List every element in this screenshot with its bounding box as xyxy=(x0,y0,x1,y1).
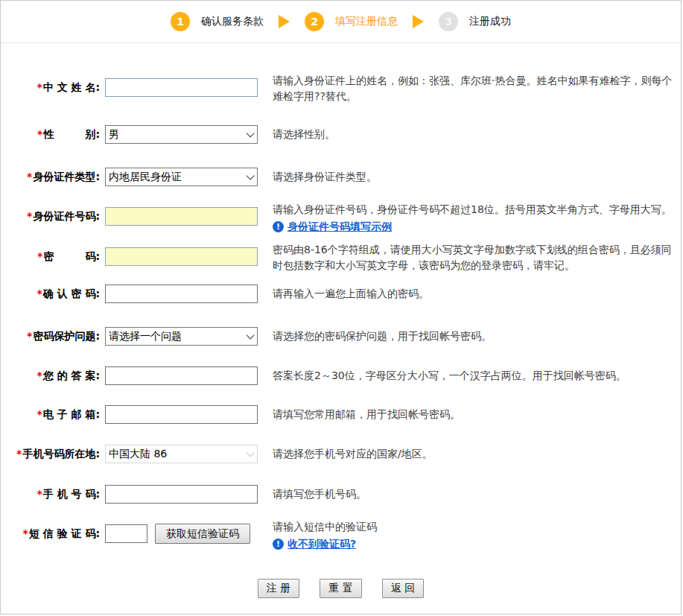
gender-select-value: 男 xyxy=(109,128,119,142)
sms-code-label: *短 信 验 证 码: xyxy=(1,524,100,543)
phone-region-select-value: 中国大陆 86 xyxy=(109,448,167,461)
no-code-received-link[interactable]: 收不到验证码? xyxy=(288,536,356,552)
security-question-hint: 请选择您的密码保护问题，用于找回帐号密码。 xyxy=(273,328,681,344)
phone-number-hint: 请填写您手机号码。 xyxy=(273,486,681,502)
password-input[interactable] xyxy=(105,247,258,266)
row-chinese-name: *中 文 姓 名: 请输入身份证件上的姓名，例如：张强、库尔班·热合曼。姓名中如… xyxy=(1,78,681,101)
email-label: *电 子 邮 箱: xyxy=(1,405,100,424)
chinese-name-input[interactable] xyxy=(105,78,258,97)
id-type-select[interactable]: 内地居民身份证 xyxy=(105,168,258,186)
phone-number-input[interactable] xyxy=(105,485,258,504)
sms-code-input[interactable] xyxy=(105,524,147,543)
phone-region-hint: 请选择您手机号对应的国家/地区。 xyxy=(273,446,681,462)
id-number-hint-text: 请输入身份证件号码，身份证件号码不超过18位。括号用英文半角方式、字母用大写。 xyxy=(273,203,672,215)
confirm-password-hint: 请再输入一遍您上面输入的密码。 xyxy=(273,286,681,302)
info-icon: ! xyxy=(273,221,284,232)
arrow-right-icon xyxy=(279,15,290,28)
answer-hint: 答案长度2～30位，字母区分大小写，一个汉字占两位。用于找回帐号密码。 xyxy=(273,368,681,384)
reset-button[interactable]: 重 置 xyxy=(320,579,361,598)
id-number-hint: 请输入身份证件号码，身份证件号码不超过18位。括号用英文半角方式、字母用大写。 … xyxy=(273,202,681,235)
gender-label: *性 别: xyxy=(1,125,100,144)
step-2-circle: 2 xyxy=(305,12,324,31)
step-fill-info: 2 填写注册信息 xyxy=(305,12,398,31)
sms-code-hint-text: 请输入短信中的验证码 xyxy=(273,521,377,533)
step-3-circle: 3 xyxy=(439,12,458,31)
password-hint: 密码由8-16个字符组成，请使用大小写英文字母加数字或下划线的组合密码，且必须同… xyxy=(273,242,681,273)
password-label: *密 码: xyxy=(1,247,100,266)
registration-page: 1 确认服务条款 2 填写注册信息 3 注册成功 *中 文 姓 名: 请输入身份… xyxy=(0,0,682,615)
register-button[interactable]: 注 册 xyxy=(258,579,299,598)
confirm-password-input[interactable] xyxy=(105,285,258,303)
step-success: 3 注册成功 xyxy=(439,12,511,31)
gender-select[interactable]: 男 xyxy=(105,125,258,144)
id-type-label: *身份证件类型: xyxy=(1,168,100,186)
row-security-question: *密码保护问题: 请选择一个问题 请选择您的密码保护问题，用于找回帐号密码。 xyxy=(1,327,681,349)
chinese-name-label: *中 文 姓 名: xyxy=(1,78,100,97)
get-sms-code-button[interactable]: 获取短信验证码 xyxy=(155,524,250,544)
id-type-select-value: 内地居民身份证 xyxy=(109,171,182,184)
arrow-right-icon xyxy=(413,15,424,28)
phone-number-label: *手 机 号 码: xyxy=(1,485,100,504)
row-id-number: *身份证件号码: 请输入身份证件号码，身份证件号码不超过18位。括号用英文半角方… xyxy=(1,207,681,229)
security-question-label: *密码保护问题: xyxy=(1,327,100,346)
email-hint: 请填写您常用邮箱，用于找回帐号密码。 xyxy=(273,407,681,422)
row-gender: *性 别: 男 请选择性别。 xyxy=(1,125,681,147)
id-number-example-link[interactable]: 身份证件号码填写示例 xyxy=(288,219,392,235)
email-input[interactable] xyxy=(105,405,258,424)
row-confirm-password: *确 认 密 码: 请再输入一遍您上面输入的密码。 xyxy=(1,285,681,307)
row-phone-region: *手机号码所在地: 中国大陆 86 请选择您手机号对应的国家/地区。 xyxy=(1,445,681,467)
phone-region-label: *手机号码所在地: xyxy=(1,445,100,463)
answer-label: *您 的 答 案: xyxy=(1,366,100,385)
chinese-name-hint: 请输入身份证件上的姓名，例如：张强、库尔班·热合曼。姓名中如果有难检字，则每个难… xyxy=(273,73,681,104)
confirm-password-label: *确 认 密 码: xyxy=(1,285,100,303)
chevron-down-icon xyxy=(246,331,254,339)
gender-hint: 请选择性别。 xyxy=(273,127,681,142)
chevron-down-icon xyxy=(246,448,254,457)
info-icon: ! xyxy=(273,539,284,550)
form-actions: 注 册 重 置 返 回 xyxy=(1,579,681,598)
step-2-label: 填写注册信息 xyxy=(335,15,398,28)
step-1-label: 确认服务条款 xyxy=(201,15,264,28)
step-indicator: 1 确认服务条款 2 填写注册信息 3 注册成功 xyxy=(1,1,681,43)
back-button[interactable]: 返 回 xyxy=(382,579,424,598)
security-question-select[interactable]: 请选择一个问题 xyxy=(105,327,258,346)
row-sms-code: *短 信 验 证 码: 获取短信验证码 请输入短信中的验证码 ! 收不到验证码? xyxy=(1,524,681,547)
id-number-input[interactable] xyxy=(105,207,258,226)
id-number-label: *身份证件号码: xyxy=(1,207,100,226)
chevron-down-icon xyxy=(246,171,254,180)
security-question-select-value: 请选择一个问题 xyxy=(109,330,182,343)
row-phone-number: *手 机 号 码: 请填写您手机号码。 xyxy=(1,485,681,507)
row-password: *密 码: 密码由8-16个字符组成，请使用大小写英文字母加数字或下划线的组合密… xyxy=(1,247,681,270)
row-id-type: *身份证件类型: 内地居民身份证 请选择身份证件类型。 xyxy=(1,168,681,190)
phone-region-select[interactable]: 中国大陆 86 xyxy=(105,445,258,463)
answer-input[interactable] xyxy=(105,366,258,385)
id-type-hint: 请选择身份证件类型。 xyxy=(273,169,681,185)
row-answer: *您 的 答 案: 答案长度2～30位，字母区分大小写，一个汉字占两位。用于找回… xyxy=(1,366,681,389)
row-email: *电 子 邮 箱: 请填写您常用邮箱，用于找回帐号密码。 xyxy=(1,405,681,428)
sms-code-hint: 请输入短信中的验证码 ! 收不到验证码? xyxy=(273,519,681,552)
step-confirm-terms: 1 确认服务条款 xyxy=(171,12,264,31)
step-3-label: 注册成功 xyxy=(469,15,511,28)
step-1-circle: 1 xyxy=(171,12,190,31)
chevron-down-icon xyxy=(246,129,254,137)
